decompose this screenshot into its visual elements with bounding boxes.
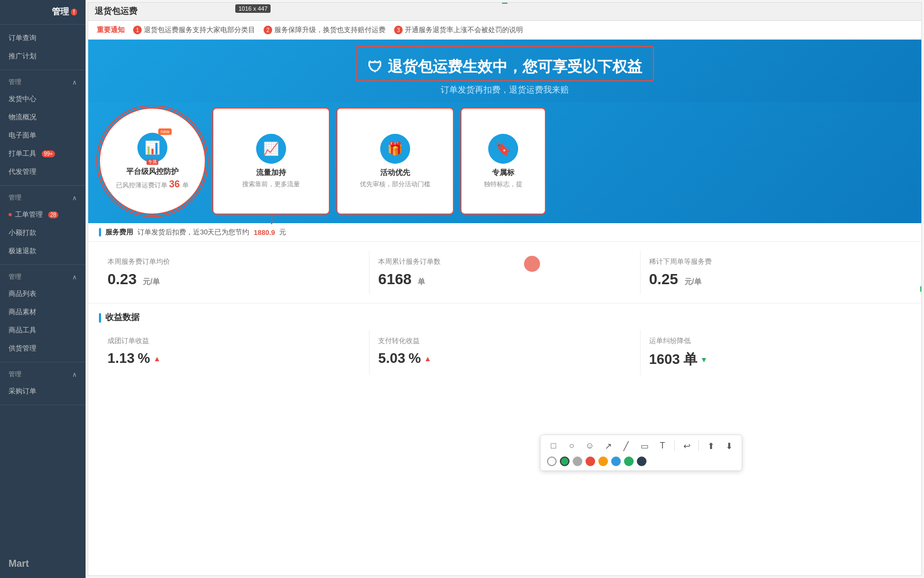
stat-label-0: 本周服务费订单均价 — [107, 257, 360, 267]
sidebar-section-orders: 订单查询 推广计划 — [0, 25, 86, 70]
revenue-value-2: 1603 单 ▼ — [649, 350, 902, 369]
card-desc-1: 已风控薄运费订单 36 单 — [116, 179, 189, 190]
revenue-value-1: 5.03 % ▲ — [378, 350, 631, 367]
stats-row: 本周服务费订单均价 0.23 元/单 本周累计服务订单数 6168 单 稀计下周… — [99, 250, 911, 294]
color-dark-green[interactable] — [624, 457, 634, 466]
workorder-dot — [9, 213, 12, 216]
sidebar-section-title-4: 管理 ∧ — [0, 367, 86, 382]
toolbar-icons-row: □ ○ ☺ ↗ ╱ ▭ T ↩ ⬆ ⬇ — [547, 439, 735, 452]
color-yellow[interactable] — [598, 457, 608, 466]
revenue-value-0: 1.13 % ▲ — [107, 350, 360, 367]
color-blue[interactable] — [611, 457, 621, 466]
tool-text[interactable]: T — [656, 439, 669, 452]
sidebar-item-logistics[interactable]: 物流概况 — [0, 108, 86, 126]
notice-bar: 重要通知 1 退货包运费服务支持大家电部分类目 2 服务保障升级，换货也支持赔付… — [88, 21, 921, 40]
sidebar-section-title-1: 管理 ∧ — [0, 74, 86, 90]
platform-icon-symbol: 📊 — [144, 140, 160, 155]
exclusive-icon: 🔖 — [488, 134, 518, 164]
sidebar-item-promotion[interactable]: 推广计划 — [0, 47, 86, 65]
service-bar: 服务费用 订单发货后扣费，近30天已为您节约 1880.9 元 — [88, 223, 921, 242]
trend-arrow-0: ▲ — [153, 354, 161, 363]
revenue-row: 成团订单收益 1.13 % ▲ 支付转化收益 5.03 % ▲ — [99, 330, 911, 375]
service-fee-amount: 1880.9 — [253, 229, 275, 237]
card-platform-risk[interactable]: 📊 new 专属 平台级风控防护 已风控薄运费订单 36 单 — [99, 108, 206, 215]
dimension-tag: 1016 x 447 — [235, 4, 271, 13]
notice-num-3: 3 — [394, 26, 403, 34]
revenue-label-0: 成团订单收益 — [107, 336, 360, 346]
color-palette — [547, 457, 735, 466]
tool-pen[interactable]: ╱ — [620, 439, 633, 452]
card-wrapper-1: 📊 new 专属 平台级风控防护 已风控薄运费订单 36 单 — [99, 108, 206, 215]
sidebar-item-small-payment[interactable]: 小额打款 — [0, 224, 86, 242]
sidebar: 管理 ! 订单查询 推广计划 管理 ∧ 发货中心 物流概况 电子面单 打单工具 … — [0, 0, 86, 578]
main-content: 1016 x 447 退货包运费 重要通知 1 退货包运费服务支持大家电部分类目… — [86, 0, 924, 578]
resize-handle-right[interactable] — [920, 286, 922, 292]
sidebar-section-finance: 管理 ∧ 工单管理 28 小额打款 极速退款 — [0, 186, 86, 265]
color-dark[interactable] — [637, 457, 646, 466]
color-green[interactable] — [560, 457, 569, 466]
notice-item-3: 3 开通服务退货率上涨不会被处罚的说明 — [394, 25, 523, 35]
tool-rect-filled[interactable]: ▭ — [638, 439, 651, 452]
service-bar-indicator — [99, 228, 101, 237]
blue-banner: 🛡 退货包运费生效中，您可享受以下权益 订单发货再扣费，退货运费我来赔 — [88, 40, 921, 102]
tool-export[interactable]: ⬆ — [704, 439, 717, 452]
card-highlight-1: 36 — [169, 179, 182, 189]
stat-value-1: 6168 单 — [378, 271, 631, 288]
stat-label-1: 本周累计服务订单数 — [378, 257, 631, 267]
stat-item-avg-price: 本周服务费订单均价 0.23 元/单 — [99, 250, 369, 294]
notice-title: 重要通知 — [97, 25, 125, 35]
window-title: 退货包运费 — [88, 3, 921, 21]
tool-arrow[interactable]: ↗ — [602, 439, 614, 452]
mart-label: Mart — [9, 558, 29, 569]
platform-risk-icon: 📊 new 专属 — [137, 133, 167, 163]
tool-undo[interactable]: ↩ — [680, 439, 693, 452]
stat-value-0: 0.23 元/单 — [107, 271, 360, 288]
color-white[interactable] — [547, 457, 557, 466]
trend-arrow-2: ▼ — [700, 355, 708, 364]
tool-circle[interactable]: ○ — [565, 439, 578, 452]
sidebar-item-supply[interactable]: 供货管理 — [0, 339, 86, 358]
sidebar-section-logistics: 管理 ∧ 发货中心 物流概况 电子面单 打单工具 99+ 代发管理 — [0, 70, 86, 186]
toolbar-divider-1 — [674, 440, 675, 451]
sidebar-item-workorder[interactable]: 工单管理 28 — [0, 206, 86, 224]
tool-rectangle[interactable]: □ — [547, 439, 560, 452]
color-gray[interactable] — [573, 457, 582, 466]
sidebar-item-order-query[interactable]: 订单查询 — [0, 29, 86, 47]
trend-arrow-1: ▲ — [424, 354, 432, 363]
window-panel: 退货包运费 重要通知 1 退货包运费服务支持大家电部分类目 2 服务保障升级，换… — [88, 2, 922, 576]
card-exclusive-label[interactable]: 🔖 专属标 独特标志，提 — [460, 108, 546, 215]
stats-section: 本周服务费订单均价 0.23 元/单 本周累计服务订单数 6168 单 稀计下周… — [88, 242, 921, 303]
card-traffic-boost[interactable]: 📈 流量加持 搜索靠前，更多流量 — [212, 108, 330, 215]
sidebar-item-dropship[interactable]: 代发管理 — [0, 163, 86, 181]
tool-download[interactable]: ⬇ — [722, 439, 735, 452]
stat-unit-0: 元/单 — [143, 277, 160, 286]
card-title-2: 流量加持 — [256, 168, 286, 178]
manage-badge: ! — [71, 9, 77, 16]
revenue-item-dispute: 运单纠纷降低 1603 单 ▼ — [641, 330, 911, 375]
card-title-3: 活动优先 — [380, 168, 410, 178]
sidebar-item-product-material[interactable]: 商品素材 — [0, 303, 86, 321]
sidebar-item-eface[interactable]: 电子面单 — [0, 126, 86, 144]
sidebar-item-print-tool[interactable]: 打单工具 99+ — [0, 144, 86, 163]
stat-value-2: 0.25 元/单 — [649, 271, 902, 288]
sidebar-item-fast-refund[interactable]: 极速退款 — [0, 242, 86, 260]
color-red[interactable] — [586, 457, 595, 466]
sidebar-item-product-tools[interactable]: 商品工具 — [0, 321, 86, 339]
sidebar-item-product-list[interactable]: 商品列表 — [0, 285, 86, 303]
card-title-4: 专属标 — [492, 168, 514, 178]
print-tool-badge: 99+ — [42, 150, 55, 157]
service-fee-desc: 订单发货后扣费，近30天已为您节约 — [137, 227, 249, 237]
notice-item-1: 1 退货包运费服务支持大家电部分类目 — [133, 25, 255, 35]
tool-emoji[interactable]: ☺ — [583, 439, 596, 452]
sidebar-header: 管理 ! — [0, 0, 86, 25]
connector-2 — [271, 214, 272, 224]
section-title-bar — [99, 313, 101, 323]
toolbar-divider-2 — [698, 440, 699, 451]
workorder-badge: 28 — [48, 211, 58, 218]
revenue-section: 收益数据 成团订单收益 1.13 % ▲ 支付转化收益 5.03 % — [88, 303, 921, 384]
sidebar-item-shipping-center[interactable]: 发货中心 — [0, 90, 86, 108]
sidebar-section-products: 管理 ∧ 商品列表 商品素材 商品工具 供货管理 — [0, 265, 86, 362]
resize-handle-top[interactable] — [502, 2, 507, 4]
card-activity-priority[interactable]: 🎁 活动优先 优先审核，部分活动门槛 — [336, 108, 454, 215]
sidebar-item-purchase-order[interactable]: 采购订单 — [0, 382, 86, 400]
